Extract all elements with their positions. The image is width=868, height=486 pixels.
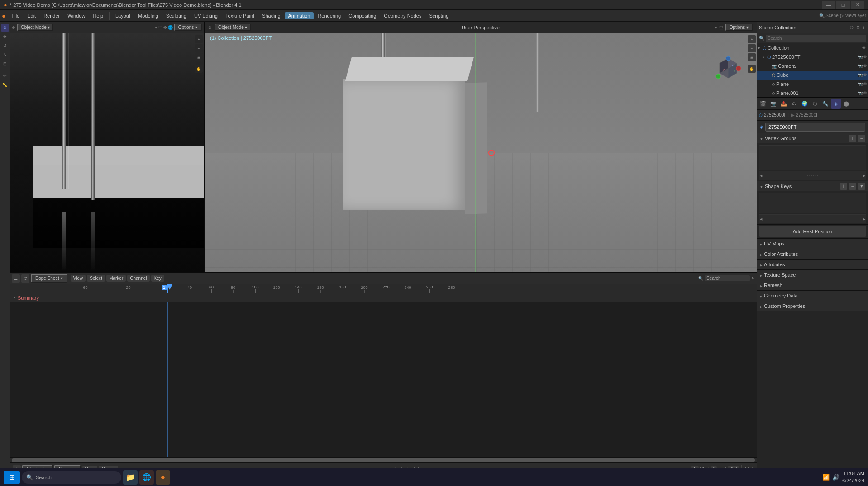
section-cp-header[interactable]: Custom Properties — [757, 301, 868, 311]
sk-remove-btn[interactable]: − — [849, 183, 856, 190]
vp3d-move[interactable]: ✋ — [748, 65, 756, 73]
ol-plane001-render[interactable]: 📷 — [858, 91, 863, 95]
systray-network[interactable]: 📶 — [822, 474, 830, 481]
prop-tab-view-layer[interactable]: 🗂 — [789, 99, 799, 109]
ws-shading[interactable]: Shading — [258, 12, 284, 19]
tool-cursor[interactable]: ⊕ — [1, 24, 9, 32]
tl-menu-icon[interactable]: ☰ — [12, 274, 20, 283]
ws-sculpting[interactable]: Sculpting — [162, 12, 190, 19]
section-ca-header[interactable]: Color Attributes — [757, 249, 868, 259]
ol-27525-render[interactable]: 📷 — [858, 55, 863, 59]
tl-marker-btn[interactable]: Marker — [106, 275, 126, 282]
ol-cube-eye[interactable]: 👁 — [863, 73, 867, 77]
outliner-filter-icon[interactable]: ⬡ — [849, 24, 854, 31]
prop-tab-output[interactable]: 📤 — [779, 99, 789, 109]
ws-geometry-nodes[interactable]: Geometry Nodes — [380, 12, 425, 19]
right-vp-options[interactable]: Options ▾ — [725, 24, 753, 31]
maximize-button[interactable]: □ — [836, 1, 850, 9]
ws-scripting[interactable]: Scripting — [425, 12, 452, 19]
prop-tab-material[interactable]: ⬤ — [841, 99, 851, 109]
ol-plane-eye[interactable]: 👁 — [863, 82, 867, 86]
tl-mode-dropdown[interactable]: Dope Sheet ▾ — [31, 274, 67, 283]
ol-col-eye[interactable]: 👁 — [862, 46, 866, 50]
ol-camera[interactable]: 📷 Camera 📷 👁 — [757, 61, 868, 71]
taskbar-chrome[interactable]: 🌐 — [139, 470, 154, 485]
prop-sections-scroll[interactable]: Vertex Groups + − ◀ · · · · · · ▶ — [757, 133, 868, 474]
menu-edit[interactable]: Edit — [24, 12, 39, 19]
ol-cube[interactable]: ⬡ Cube 📷 👁 — [757, 71, 868, 80]
vg-add-btn[interactable]: + — [849, 135, 856, 142]
ol-27525-eye[interactable]: 👁 — [863, 55, 867, 59]
outliner-search-input[interactable] — [766, 35, 866, 42]
tl-select-btn[interactable]: Select — [87, 275, 105, 282]
menu-render[interactable]: Render — [40, 12, 63, 19]
section-ts-header[interactable]: Texture Space — [757, 270, 868, 280]
start-button[interactable]: ⊞ — [4, 471, 20, 484]
ol-cam-eye[interactable]: 👁 — [863, 64, 867, 68]
ol-collection[interactable]: ▶ ⬡ Collection 👁 — [757, 43, 868, 52]
prop-tab-object[interactable]: ⬡ — [810, 99, 820, 109]
nav-cube[interactable]: Z X Y — [714, 54, 743, 83]
menu-file[interactable]: File — [8, 12, 23, 19]
systray-volume[interactable]: 🔊 — [832, 474, 839, 481]
minimize-button[interactable]: — — [822, 1, 835, 9]
tl-filter-icon[interactable]: 🔍 — [698, 276, 703, 281]
taskbar-file-explorer[interactable]: 📁 — [123, 470, 138, 485]
sk-settings-btn[interactable]: ▼ — [858, 183, 865, 190]
prop-tab-modifier[interactable]: 🔧 — [820, 99, 830, 109]
sk-prev[interactable]: ◀ — [760, 217, 762, 221]
tool-rotate[interactable]: ↺ — [1, 42, 9, 50]
ol-cam-render[interactable]: 📷 — [858, 64, 863, 68]
menu-help[interactable]: Help — [89, 12, 107, 19]
section-sk-header[interactable]: Shape Keys + − ▼ — [757, 181, 868, 191]
ws-layout[interactable]: Layout — [112, 12, 134, 19]
vp3d-fit[interactable]: ⊞ — [748, 53, 756, 61]
section-rm-header[interactable]: Remesh — [757, 280, 868, 290]
taskbar-search[interactable]: 🔍 Search — [22, 471, 121, 484]
vp3d-zoom-out[interactable]: − — [748, 44, 756, 52]
ol-plane-render[interactable]: 📷 — [858, 82, 863, 86]
sk-add-btn[interactable]: + — [840, 183, 847, 190]
vp-cam-move[interactable]: ✋ — [195, 65, 203, 73]
prop-tab-render[interactable]: 📷 — [768, 99, 778, 109]
tl-key-btn[interactable]: Key — [151, 275, 164, 282]
prop-tab-mesh[interactable]: ◈ — [831, 99, 841, 109]
tl-view-btn[interactable]: View — [71, 275, 86, 282]
left-vp-options[interactable]: Options ▾ — [174, 24, 202, 31]
left-vp-mode-dropdown[interactable]: Object Mode ▾ — [17, 24, 53, 31]
taskbar-blender[interactable]: ● — [156, 470, 170, 485]
tl-type-icon[interactable]: ⏱ — [21, 274, 29, 283]
section-uv-header[interactable]: UV Maps — [757, 239, 868, 249]
tl-search-clear[interactable]: ✕ — [751, 276, 755, 281]
prop-path-parent[interactable]: 27525000FT — [764, 113, 790, 118]
ws-compositing[interactable]: Compositing — [345, 12, 380, 19]
tool-annotate[interactable]: ✏ — [1, 72, 9, 80]
menu-window[interactable]: Window — [64, 12, 89, 19]
sk-next[interactable]: ▶ — [863, 217, 865, 221]
ol-plane001-eye[interactable]: 👁 — [863, 91, 867, 95]
ws-rendering[interactable]: Rendering — [314, 12, 344, 19]
prop-tab-world[interactable]: 🌍 — [800, 99, 810, 109]
vp3d-zoom-in[interactable]: + — [748, 35, 756, 43]
tool-scale[interactable]: ⤡ — [1, 51, 9, 59]
outliner-settings-icon[interactable]: ⚙ — [855, 24, 861, 31]
outliner-add-icon[interactable]: + — [862, 24, 866, 31]
prop-object-name-input[interactable]: 27525000FT — [765, 123, 865, 132]
right-vp-mode-dropdown[interactable]: Object Mode ▾ — [215, 24, 251, 31]
vp-zoom-fit[interactable]: ⊞ — [195, 53, 203, 61]
ol-cube-render[interactable]: 📷 — [858, 73, 863, 77]
add-rest-position-btn[interactable]: Add Rest Position — [759, 226, 866, 237]
ol-plane001[interactable]: ◇ Plane.001 📷 👁 — [757, 89, 868, 97]
close-button[interactable]: ✕ — [851, 1, 864, 9]
vp-zoom-out[interactable]: − — [195, 44, 203, 52]
vg-prev[interactable]: ◀ — [760, 174, 762, 178]
ws-modeling[interactable]: Modeling — [134, 12, 162, 19]
timeline-scrollbar[interactable] — [10, 457, 757, 462]
section-vg-header[interactable]: Vertex Groups + − — [757, 133, 868, 143]
ws-uv-editing[interactable]: UV Editing — [191, 12, 221, 19]
ol-plane[interactable]: ◇ Plane 📷 👁 — [757, 80, 868, 89]
section-gd-header[interactable]: Geometry Data — [757, 291, 868, 301]
tool-move[interactable]: ✥ — [1, 33, 9, 41]
current-frame-display[interactable]: 1 — [162, 285, 167, 290]
ws-texture-paint[interactable]: Texture Paint — [222, 12, 258, 19]
